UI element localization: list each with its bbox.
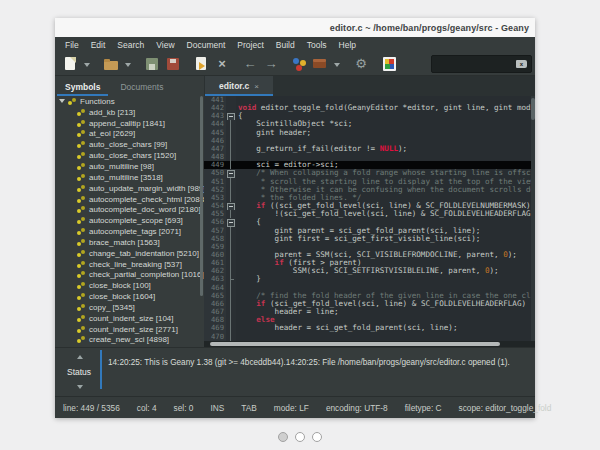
code-line[interactable]: 443{ (204, 112, 535, 120)
symbol-item[interactable]: auto_close_chars [99] (55, 139, 204, 150)
code-line[interactable]: 465 /* find the fold header of the given… (204, 292, 535, 300)
code-line[interactable]: 442void editor_toggle_fold(GeanyEditor *… (204, 104, 535, 112)
close-icon[interactable]: × (213, 55, 231, 73)
symbol-item[interactable]: autocomplete_scope [693] (55, 215, 204, 226)
menu-search[interactable]: Search (111, 37, 150, 53)
compile-icon[interactable] (290, 55, 308, 73)
fold-marker-icon[interactable] (226, 202, 236, 210)
menu-file[interactable]: File (59, 37, 85, 53)
symbol-item[interactable]: change_tab_indentation [5210] (55, 248, 204, 259)
pagination-dot[interactable] (312, 432, 322, 442)
code-line[interactable]: 450 /* When collapsing a fold range whos… (204, 169, 535, 177)
navigate-forward-icon[interactable]: → (262, 55, 280, 73)
menu-tools[interactable]: Tools (301, 37, 333, 53)
menu-view[interactable]: View (150, 37, 180, 53)
code-line[interactable]: 470 (204, 333, 535, 341)
code-line[interactable]: 457 gint parent = sci_get_fold_parent(sc… (204, 227, 535, 235)
save-all-icon[interactable] (164, 55, 182, 73)
code-line[interactable]: 462 SSM(sci, SCI_SETFIRSTVISIBLELINE, pa… (204, 267, 535, 275)
tab-symbols[interactable]: Symbols (55, 82, 110, 96)
symbol-item[interactable]: check_partial_completion [1016] (55, 270, 204, 281)
code-line[interactable]: 446 (204, 137, 535, 145)
code-line[interactable]: 441 (204, 96, 535, 104)
open-file-icon[interactable] (102, 55, 120, 73)
editor-vertical-scrollbar[interactable] (531, 96, 535, 341)
symbol-item[interactable]: at_eol [2629] (55, 129, 204, 140)
code-line[interactable]: 460 parent = SSM(sci, SCI_VISIBLEFROMDOC… (204, 251, 535, 259)
menu-edit[interactable]: Edit (85, 37, 112, 53)
pagination-dot[interactable] (278, 432, 288, 442)
code-line[interactable]: 448 (204, 153, 535, 161)
code-line[interactable]: 458 gint first = sci_get_first_visible_l… (204, 235, 535, 243)
fold-marker-icon[interactable] (226, 169, 236, 177)
code-line[interactable]: 464 (204, 284, 535, 292)
symbol-item[interactable]: count_indent_size [2771] (55, 324, 204, 335)
symbol-item[interactable]: autocomplete_check_html [2088] (55, 194, 204, 205)
symbol-item[interactable]: close_block [100] (55, 280, 204, 291)
save-icon[interactable] (143, 55, 161, 73)
symbol-item[interactable]: count_indent_size [104] (55, 313, 204, 324)
code-line[interactable]: 447 g_return_if_fail(editor != NULL); (204, 145, 535, 153)
search-input[interactable]: x (431, 55, 532, 73)
code-line[interactable]: 451 * scroll the starting line to displa… (204, 178, 535, 186)
menu-project[interactable]: Project (231, 37, 269, 53)
tree-root-functions[interactable]: Functions (55, 96, 204, 107)
menu-help[interactable]: Help (333, 37, 362, 53)
symbol-item[interactable]: auto_multiline [98] (55, 161, 204, 172)
fold-marker-icon[interactable] (226, 112, 236, 120)
clear-search-icon[interactable]: x (516, 60, 527, 68)
code-line[interactable]: 454 if ((sci_get_fold_level(sci, line) &… (204, 202, 535, 210)
navigate-back-icon[interactable]: ← (241, 55, 259, 73)
new-dropdown-icon[interactable] (82, 55, 92, 73)
symbol-item[interactable]: create_new_sci [4898] (55, 335, 204, 346)
code-line[interactable]: 445 gint header; (204, 129, 535, 137)
sidebar-scrollbar[interactable] (200, 96, 203, 296)
symbol-item[interactable]: auto_close_chars [1520] (55, 150, 204, 161)
vscroll-thumb[interactable] (531, 98, 535, 120)
build-icon[interactable] (311, 55, 329, 73)
execute-icon[interactable]: ⚙ (352, 55, 370, 73)
menu-document[interactable]: Document (181, 37, 232, 53)
tab-editor-c[interactable]: editor.c × (205, 76, 273, 96)
code-line[interactable]: 468 else (204, 316, 535, 324)
code-line[interactable]: 452 * Otherwise it can be confusing when… (204, 186, 535, 194)
symbol-item[interactable]: close_block [1604] (55, 291, 204, 302)
revert-icon[interactable] (192, 55, 210, 73)
tab-scroll-up-icon[interactable] (77, 352, 83, 359)
menu-build[interactable]: Build (270, 37, 301, 53)
symbol-item[interactable]: auto_multiline [3518] (55, 172, 204, 183)
close-tab-icon[interactable]: × (254, 82, 259, 91)
symbol-item[interactable]: add_kb [213] (55, 107, 204, 118)
open-dropdown-icon[interactable] (123, 55, 133, 73)
symbol-item[interactable]: brace_match [1563] (55, 237, 204, 248)
code-view[interactable]: 441442void editor_toggle_fold(GeanyEdito… (204, 96, 535, 341)
code-line[interactable]: 463 } (204, 275, 535, 283)
code-line[interactable]: 453 * the folded lines. */ (204, 194, 535, 202)
tab-status[interactable]: Status (67, 367, 91, 377)
symbol-item[interactable]: append_calltip [1841] (55, 118, 204, 129)
code-line[interactable]: 467 header = line; (204, 308, 535, 316)
build-dropdown-icon[interactable] (332, 55, 342, 73)
pagination-dot[interactable] (295, 432, 305, 442)
code-line[interactable]: 466 if (sci_get_fold_level(sci, line) & … (204, 300, 535, 308)
symbol-item[interactable]: autocomplete_doc_word [2180] (55, 204, 204, 215)
new-document-icon[interactable] (61, 55, 79, 73)
code-line[interactable]: 455 !(sci_get_fold_level(sci, line) & SC… (204, 210, 535, 218)
code-line[interactable]: 444 ScintillaObject *sci; (204, 120, 535, 128)
fold-marker-icon[interactable] (226, 218, 236, 226)
expander-icon[interactable] (59, 99, 65, 106)
window-titlebar[interactable]: editor.c ~ /home/ban/progs/geany/src - G… (55, 18, 535, 37)
code-line[interactable]: 449 sci = editor->sci; (204, 161, 535, 169)
code-line[interactable]: 461 if (first > parent) (204, 259, 535, 267)
symbol-item[interactable]: copy_ [5345] (55, 302, 204, 313)
code-line[interactable]: 456 { (204, 218, 535, 226)
symbol-item[interactable]: check_line_breaking [537] (55, 259, 204, 270)
code-line[interactable]: 469 header = sci_get_fold_parent(sci, li… (204, 324, 535, 332)
symbol-item[interactable]: auto_update_margin_width [989] (55, 183, 204, 194)
tab-documents[interactable]: Documents (110, 82, 173, 96)
symbol-item[interactable]: autocomplete_tags [2071] (55, 226, 204, 237)
code-line[interactable]: 459 (204, 243, 535, 251)
hscroll-thumb[interactable] (210, 342, 500, 346)
tab-scroll-down-icon[interactable] (77, 385, 83, 392)
color-chooser-icon[interactable] (380, 55, 398, 73)
